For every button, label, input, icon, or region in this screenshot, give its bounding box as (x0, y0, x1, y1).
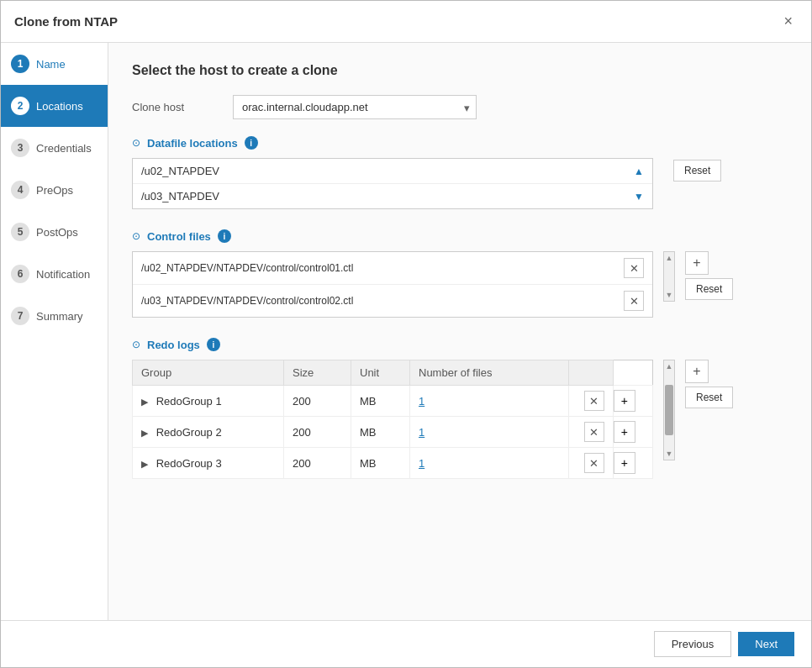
table-row: ▶ RedoGroup 2 200 MB 1 ✕ (133, 417, 653, 448)
redo-unit-2: MB (360, 426, 377, 439)
col-unit: Unit (351, 360, 410, 386)
datafile-info-icon[interactable]: i (245, 136, 258, 150)
redo-remove-3[interactable]: ✕ (584, 453, 604, 473)
datafile-listbox: /u02_NTAPDEV ▲ /u03_NTAPDEV ▼ (132, 158, 653, 209)
sidebar-item-locations[interactable]: 2 Locations (1, 85, 108, 127)
list-item[interactable]: /u02_NTAPDEV ▲ (133, 159, 652, 184)
next-button[interactable]: Next (738, 632, 794, 656)
datafile-scroll-down: ▼ (634, 191, 644, 203)
sidebar: 1 Name 2 Locations 3 Credentials 4 PreOp… (1, 43, 108, 620)
redo-unit-1: MB (360, 395, 377, 408)
redo-remove-1[interactable]: ✕ (584, 391, 604, 411)
sidebar-item-credentials[interactable]: 3 Credentials (1, 127, 108, 169)
redo-add-button[interactable]: + (685, 360, 709, 383)
dialog-header: Clone from NTAP × (1, 1, 811, 43)
cf-scroll-up-icon[interactable]: ▲ (666, 254, 673, 262)
dialog-footer: Previous Next (1, 620, 811, 667)
redo-reset-button[interactable]: Reset (685, 387, 733, 408)
redo-group-3: RedoGroup 3 (156, 457, 222, 470)
step-num-2: 2 (11, 97, 29, 115)
datafile-section-label: Datafile locations (147, 137, 238, 150)
redo-logs-section-label: Redo logs (147, 339, 200, 351)
redo-expand-2[interactable]: ▶ (141, 428, 148, 438)
redo-scroll-up-icon[interactable]: ▲ (666, 362, 673, 371)
sidebar-label-postops: PostOps (36, 226, 78, 239)
main-content: Select the host to create a clone Clone … (108, 43, 811, 620)
cf-scroll-down-icon[interactable]: ▼ (666, 291, 673, 299)
control-files-info-icon[interactable]: i (218, 229, 231, 243)
redo-unit-3: MB (360, 457, 377, 470)
sidebar-label-locations: Locations (36, 100, 83, 113)
redo-expand-1[interactable]: ▶ (141, 397, 148, 407)
control-files-list: /u02_NTAPDEV/NTAPDEV/control/control01.c… (132, 251, 653, 318)
redo-remove-2[interactable]: ✕ (584, 422, 604, 442)
redo-table-wrapper: Group Size Unit Number of files (132, 360, 653, 479)
datafile-reset-button[interactable]: Reset (673, 160, 721, 181)
page-title: Select the host to create a clone (132, 63, 788, 78)
redo-logs-info-icon[interactable]: i (207, 338, 220, 351)
clone-host-label: Clone host (132, 101, 233, 113)
redo-group-2: RedoGroup 2 (156, 426, 222, 439)
previous-button[interactable]: Previous (654, 631, 732, 657)
redo-logs-section: ⊙ Redo logs i Group Size Unit Numb (132, 338, 788, 479)
control-files-section: ⊙ Control files i /u02_NTAPDEV/NTAPDEV/c… (132, 229, 788, 318)
sidebar-label-summary: Summary (36, 310, 83, 323)
redo-scroll-down-icon[interactable]: ▼ (666, 450, 673, 458)
cf-remove-button-1[interactable]: ✕ (624, 258, 644, 278)
col-size: Size (284, 360, 351, 386)
close-button[interactable]: × (778, 11, 798, 32)
redo-add-row-2[interactable]: + (614, 421, 635, 443)
datafile-path-1: /u02_NTAPDEV (141, 165, 219, 177)
sidebar-label-credentials: Credentials (36, 142, 92, 155)
redo-group-1: RedoGroup 1 (156, 395, 222, 408)
redo-numfiles-2[interactable]: 1 (419, 426, 424, 439)
datafile-content: /u02_NTAPDEV ▲ /u03_NTAPDEV ▼ Reset (132, 158, 788, 209)
datafile-collapse-icon: ⊙ (132, 137, 140, 149)
cf-path-2: /u03_NTAPDEV/NTAPDEV/control/control02.c… (141, 295, 617, 307)
col-actions (568, 360, 613, 386)
sidebar-item-postops[interactable]: 5 PostOps (1, 211, 108, 253)
col-group: Group (133, 360, 284, 386)
redo-expand-3[interactable]: ▶ (141, 459, 148, 469)
clone-dialog: Clone from NTAP × 1 Name 2 Locations 3 C… (0, 0, 812, 668)
datafile-scroll-up: ▲ (634, 166, 644, 177)
control-files-header[interactable]: ⊙ Control files i (132, 229, 788, 243)
control-files-content: /u02_NTAPDEV/NTAPDEV/control/control01.c… (132, 251, 788, 318)
list-item: /u03_NTAPDEV/NTAPDEV/control/control02.c… (133, 285, 652, 317)
control-files-list-wrapper: /u02_NTAPDEV/NTAPDEV/control/control01.c… (132, 251, 653, 318)
cf-remove-button-2[interactable]: ✕ (624, 291, 644, 311)
control-files-collapse-icon: ⊙ (132, 230, 140, 242)
datafile-path-2: /u03_NTAPDEV (141, 190, 219, 203)
redo-size-2: 200 (293, 426, 311, 439)
step-num-7: 7 (11, 307, 29, 325)
step-num-5: 5 (11, 223, 29, 241)
redo-size-1: 200 (293, 395, 311, 408)
table-row: ▶ RedoGroup 1 200 MB 1 ✕ (133, 386, 653, 417)
control-files-reset-button[interactable]: Reset (685, 278, 733, 300)
dialog-body: 1 Name 2 Locations 3 Credentials 4 PreOp… (1, 43, 811, 620)
datafile-section: ⊙ Datafile locations i /u02_NTAPDEV ▲ /u… (132, 136, 788, 209)
sidebar-item-notification[interactable]: 6 Notification (1, 253, 108, 295)
dialog-title: Clone from NTAP (14, 14, 118, 29)
redo-add-row-3[interactable]: + (614, 452, 635, 474)
clone-host-select-wrapper: orac.internal.cloudapp.net (233, 95, 477, 119)
sidebar-item-summary[interactable]: 7 Summary (1, 295, 108, 337)
redo-numfiles-1[interactable]: 1 (419, 395, 424, 408)
control-files-section-label: Control files (147, 230, 211, 243)
sidebar-item-name[interactable]: 1 Name (1, 43, 108, 85)
datafile-header[interactable]: ⊙ Datafile locations i (132, 136, 788, 150)
redo-logs-collapse-icon: ⊙ (132, 339, 140, 350)
redo-add-row-1[interactable]: + (614, 390, 635, 412)
clone-host-row: Clone host orac.internal.cloudapp.net (132, 95, 788, 119)
redo-numfiles-3[interactable]: 1 (419, 457, 424, 470)
redo-logs-header[interactable]: ⊙ Redo logs i (132, 338, 788, 351)
sidebar-item-preops[interactable]: 4 PreOps (1, 169, 108, 211)
control-files-add-button[interactable]: + (685, 251, 709, 275)
sidebar-label-preops: PreOps (36, 184, 73, 197)
list-item[interactable]: /u03_NTAPDEV ▼ (133, 184, 652, 208)
clone-host-select[interactable]: orac.internal.cloudapp.net (233, 95, 477, 119)
col-num-files: Number of files (410, 360, 569, 386)
redo-size-3: 200 (293, 457, 311, 470)
cf-path-1: /u02_NTAPDEV/NTAPDEV/control/control01.c… (141, 262, 617, 274)
step-num-6: 6 (11, 265, 29, 283)
